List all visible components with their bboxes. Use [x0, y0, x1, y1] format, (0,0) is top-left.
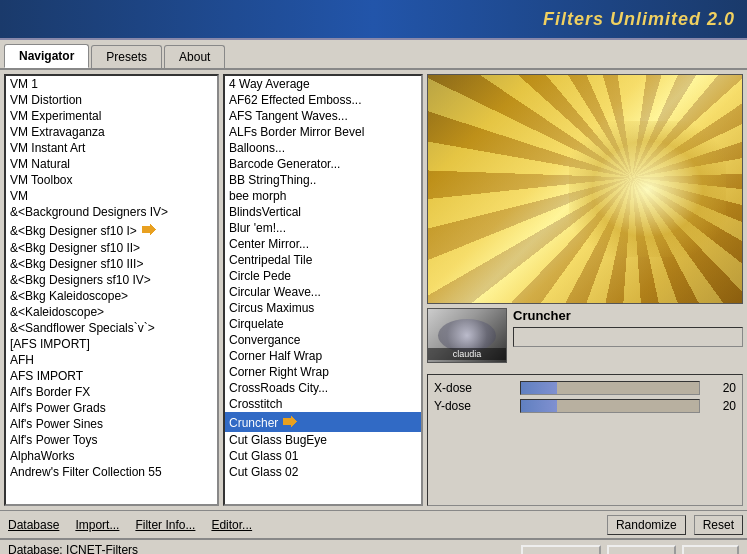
tab-presets[interactable]: Presets: [91, 45, 162, 68]
title-bar: Filters Unlimited 2.0: [0, 0, 747, 40]
import-link[interactable]: Import...: [71, 516, 123, 534]
list-item[interactable]: VM: [6, 188, 217, 204]
filter-thumbnail: claudia: [427, 308, 507, 363]
filter-panel: 4 Way AverageAF62 Effected Emboss...AFS …: [223, 74, 423, 506]
filter-list-item[interactable]: Convergance: [225, 332, 421, 348]
list-item[interactable]: &<Bkg Kaleidoscope>: [6, 288, 217, 304]
list-item[interactable]: &<Background Designers IV>: [6, 204, 217, 220]
filter-list-item[interactable]: Centripedal Tile: [225, 252, 421, 268]
list-item[interactable]: Alf's Power Toys: [6, 432, 217, 448]
filter-list-item[interactable]: Corner Right Wrap: [225, 364, 421, 380]
filter-list-item[interactable]: Cut Glass BugEye: [225, 432, 421, 448]
param-bar-fill: [521, 400, 557, 412]
tab-bar: Navigator Presets About: [0, 40, 747, 70]
list-item[interactable]: Alf's Power Sines: [6, 416, 217, 432]
category-panel: VM 1VM DistortionVM ExperimentalVM Extra…: [4, 74, 219, 506]
filter-list-item[interactable]: 4 Way Average: [225, 76, 421, 92]
filter-list-item[interactable]: Cut Glass 01: [225, 448, 421, 464]
status-buttons: Apply Cancel Help: [521, 545, 739, 555]
filter-list-item[interactable]: Barcode Generator...: [225, 156, 421, 172]
status-text: Database: ICNET-Filters Filters: 3966: [8, 541, 521, 554]
list-item[interactable]: Alf's Power Grads: [6, 400, 217, 416]
list-item[interactable]: VM Experimental: [6, 108, 217, 124]
filter-list-item[interactable]: Center Mirror...: [225, 236, 421, 252]
list-item[interactable]: VM 1: [6, 76, 217, 92]
param-label: Y-dose: [434, 399, 514, 413]
database-link[interactable]: Database: [4, 516, 63, 534]
param-bar-fill: [521, 382, 557, 394]
filter-list-item[interactable]: Circle Pede: [225, 268, 421, 284]
filter-list-item[interactable]: CrossRoads City...: [225, 380, 421, 396]
filter-name-label: Cruncher: [513, 308, 743, 323]
list-item[interactable]: VM Natural: [6, 156, 217, 172]
list-item[interactable]: AFH: [6, 352, 217, 368]
filter-list-item[interactable]: Crosstitch: [225, 396, 421, 412]
list-item[interactable]: &<Bkg Designers sf10 IV>: [6, 272, 217, 288]
reset-button[interactable]: Reset: [694, 515, 743, 535]
filter-list-item[interactable]: BB StringThing..: [225, 172, 421, 188]
right-panel: claudia Cruncher X-dose20Y-dose20: [427, 74, 743, 506]
list-item[interactable]: VM Instant Art: [6, 140, 217, 156]
param-label: X-dose: [434, 381, 514, 395]
list-item[interactable]: &<Sandflower Specials`v`>: [6, 320, 217, 336]
action-bar: Database Import... Filter Info... Editor…: [0, 510, 747, 538]
filter-list-item[interactable]: Blur 'em!...: [225, 220, 421, 236]
param-row: X-dose20: [434, 381, 736, 395]
list-item[interactable]: VM Extravaganza: [6, 124, 217, 140]
filter-list-item[interactable]: AFS Tangent Waves...: [225, 108, 421, 124]
list-item[interactable]: [AFS IMPORT]: [6, 336, 217, 352]
param-bar[interactable]: [520, 399, 700, 413]
param-row: Y-dose20: [434, 399, 736, 413]
filter-list-item[interactable]: Cruncher 🡆: [225, 412, 421, 432]
filter-list-item[interactable]: BlindsVertical: [225, 204, 421, 220]
list-item[interactable]: VM Toolbox: [6, 172, 217, 188]
filter-info-area: claudia Cruncher: [427, 308, 743, 368]
filter-name-area: Cruncher: [513, 308, 743, 368]
arrow-icon: 🡆: [141, 221, 157, 239]
param-value: 20: [706, 381, 736, 395]
list-item[interactable]: &<Bkg Designer sf10 II>: [6, 240, 217, 256]
app-title: Filters Unlimited 2.0: [543, 9, 735, 30]
list-item[interactable]: Alf's Border FX: [6, 384, 217, 400]
param-value: 20: [706, 399, 736, 413]
database-status: Database: ICNET-Filters: [8, 541, 521, 554]
list-item[interactable]: AFS IMPORT: [6, 368, 217, 384]
database-status-value: ICNET-Filters: [66, 543, 138, 554]
param-bar[interactable]: [520, 381, 700, 395]
filter-list-item[interactable]: Cirquelate: [225, 316, 421, 332]
main-panels: VM 1VM DistortionVM ExperimentalVM Extra…: [0, 70, 747, 510]
preview-area: [427, 74, 743, 304]
thumbnail-label: claudia: [428, 348, 506, 360]
params-area: X-dose20Y-dose20: [427, 374, 743, 506]
help-button[interactable]: Help: [682, 545, 739, 554]
category-list[interactable]: VM 1VM DistortionVM ExperimentalVM Extra…: [4, 74, 219, 506]
arrow-icon: 🡆: [282, 413, 298, 431]
filter-list[interactable]: 4 Way AverageAF62 Effected Emboss...AFS …: [223, 74, 423, 506]
filter-name-bar: [513, 327, 743, 347]
database-status-label: Database:: [8, 543, 63, 554]
filter-list-item[interactable]: bee morph: [225, 188, 421, 204]
filter-list-item[interactable]: Balloons...: [225, 140, 421, 156]
filter-info-link[interactable]: Filter Info...: [131, 516, 199, 534]
filter-list-item[interactable]: Circus Maximus: [225, 300, 421, 316]
filter-list-item[interactable]: Corner Half Wrap: [225, 348, 421, 364]
apply-button[interactable]: Apply: [521, 545, 601, 555]
filter-list-item[interactable]: Circular Weave...: [225, 284, 421, 300]
filter-list-item[interactable]: Cut Glass 02: [225, 464, 421, 480]
list-item[interactable]: &<Kaleidoscope>: [6, 304, 217, 320]
editor-link[interactable]: Editor...: [207, 516, 256, 534]
tab-about[interactable]: About: [164, 45, 225, 68]
list-item[interactable]: VM Distortion: [6, 92, 217, 108]
list-item[interactable]: &<Bkg Designer sf10 I> 🡆: [6, 220, 217, 240]
list-item[interactable]: AlphaWorks: [6, 448, 217, 464]
cancel-button[interactable]: Cancel: [607, 545, 676, 554]
randomize-button[interactable]: Randomize: [607, 515, 686, 535]
filter-list-item[interactable]: AF62 Effected Emboss...: [225, 92, 421, 108]
list-item[interactable]: Andrew's Filter Collection 55: [6, 464, 217, 480]
tab-navigator[interactable]: Navigator: [4, 44, 89, 68]
filter-list-item[interactable]: ALFs Border Mirror Bevel: [225, 124, 421, 140]
list-item[interactable]: &<Bkg Designer sf10 III>: [6, 256, 217, 272]
status-bar: Database: ICNET-Filters Filters: 3966 Ap…: [0, 538, 747, 554]
